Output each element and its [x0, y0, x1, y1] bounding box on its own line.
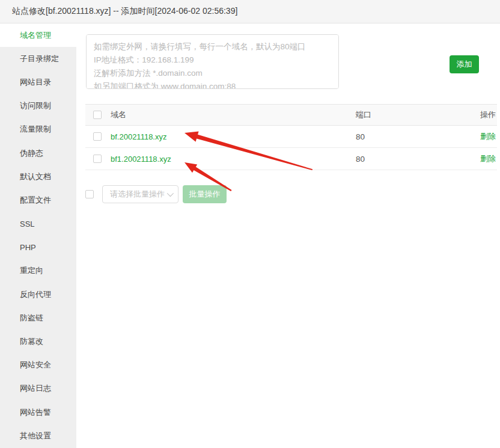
- dialog-title-bar: 站点修改[bf.20021118.xyz] -- 添加时间[2024-06-02…: [0, 0, 500, 23]
- domain-link[interactable]: bf.20021118.xyz: [111, 132, 166, 141]
- sidebar-item-other-settings[interactable]: 其他设置: [0, 424, 76, 447]
- port-value: 80: [356, 132, 365, 141]
- sidebar-item-site-alert[interactable]: 网站告警: [0, 400, 76, 424]
- sidebar-item-redirect[interactable]: 重定向: [0, 259, 76, 283]
- header-domain: 域名: [111, 109, 356, 120]
- chevron-down-icon: [167, 190, 174, 197]
- domain-table: 域名 端口 操作 bf.20021118.xyz 80 删除: [85, 104, 497, 170]
- batch-select-placeholder: 请选择批量操作: [110, 189, 165, 200]
- domain-textarea[interactable]: [86, 34, 339, 89]
- sidebar-item-anti-leech[interactable]: 防盗链: [0, 306, 76, 330]
- sidebar-item-php[interactable]: PHP: [0, 236, 76, 259]
- sidebar-item-default-doc[interactable]: 默认文档: [0, 165, 76, 188]
- delete-link[interactable]: 删除: [480, 154, 496, 163]
- domain-link[interactable]: bf1.20021118.xyz: [111, 155, 171, 164]
- batch-operation-button[interactable]: 批量操作: [183, 185, 227, 203]
- select-all-checkbox[interactable]: [93, 111, 102, 119]
- row-checkbox[interactable]: [93, 155, 102, 163]
- dialog-title: 站点修改[bf.20021118.xyz] -- 添加时间[2024-06-02…: [12, 6, 237, 17]
- port-value: 80: [356, 155, 365, 164]
- sidebar-item-config-file[interactable]: 配置文件: [0, 188, 76, 212]
- header-action: 操作: [464, 109, 497, 120]
- header-port: 端口: [356, 109, 464, 120]
- sidebar-item-ssl[interactable]: SSL: [0, 212, 76, 236]
- sidebar-item-site-security[interactable]: 网站安全: [0, 354, 76, 377]
- sidebar-item-anti-tamper[interactable]: 防篡改: [0, 330, 76, 353]
- delete-link[interactable]: 删除: [480, 132, 496, 141]
- sidebar-item-traffic-limit[interactable]: 流量限制: [0, 118, 76, 141]
- batch-operation-select[interactable]: 请选择批量操作: [102, 185, 178, 203]
- sidebar-item-site-log[interactable]: 网站日志: [0, 377, 76, 400]
- sidebar-item-site-directory[interactable]: 网站目录: [0, 70, 76, 94]
- batch-select-all-checkbox[interactable]: [85, 190, 94, 198]
- table-row: bf1.20021118.xyz 80 删除: [85, 148, 497, 170]
- row-checkbox[interactable]: [93, 132, 102, 141]
- sidebar-item-rewrite[interactable]: 伪静态: [0, 141, 76, 165]
- settings-sidebar: 域名管理 子目录绑定 网站目录 访问限制 流量限制 伪静态 默认文档 配置文件 …: [0, 23, 76, 448]
- sidebar-item-domain-manage[interactable]: 域名管理: [0, 23, 76, 47]
- add-domain-button[interactable]: 添加: [450, 55, 479, 73]
- table-row: bf.20021118.xyz 80 删除: [85, 126, 497, 148]
- domain-manage-panel: 添加 域名 端口 操作 bf.20021118.xyz: [76, 23, 500, 448]
- domain-table-header: 域名 端口 操作: [85, 104, 497, 126]
- sidebar-item-reverse-proxy[interactable]: 反向代理: [0, 283, 76, 306]
- batch-operation-bar: 请选择批量操作 批量操作: [85, 185, 227, 203]
- site-edit-window: 站点修改[bf.20021118.xyz] -- 添加时间[2024-06-02…: [0, 0, 500, 448]
- sidebar-item-access-limit[interactable]: 访问限制: [0, 94, 76, 118]
- sidebar-item-subdir-bind[interactable]: 子目录绑定: [0, 47, 76, 70]
